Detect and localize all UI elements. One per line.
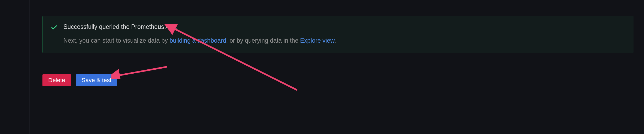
alert-body: Successfully queried the Prometheus API.… <box>63 23 625 45</box>
save-test-button[interactable]: Save & test <box>76 74 118 86</box>
button-row: Delete Save & test <box>42 74 633 86</box>
alert-text: Next, you can start to visualize data by… <box>63 36 625 45</box>
content-area: Successfully queried the Prometheus API.… <box>42 16 633 86</box>
alert-success: Successfully queried the Prometheus API.… <box>42 16 633 53</box>
link-explore-view[interactable]: Explore view <box>300 37 334 44</box>
link-building-dashboard[interactable]: building a dashboard <box>169 37 226 44</box>
alert-text-mid: , or by querying data in the <box>226 37 300 44</box>
alert-text-suffix: . <box>334 37 336 44</box>
sidebar-divider <box>29 0 29 134</box>
delete-button[interactable]: Delete <box>42 74 71 86</box>
check-icon <box>51 24 58 32</box>
alert-title: Successfully queried the Prometheus API. <box>63 23 625 31</box>
alert-text-prefix: Next, you can start to visualize data by <box>63 37 169 44</box>
